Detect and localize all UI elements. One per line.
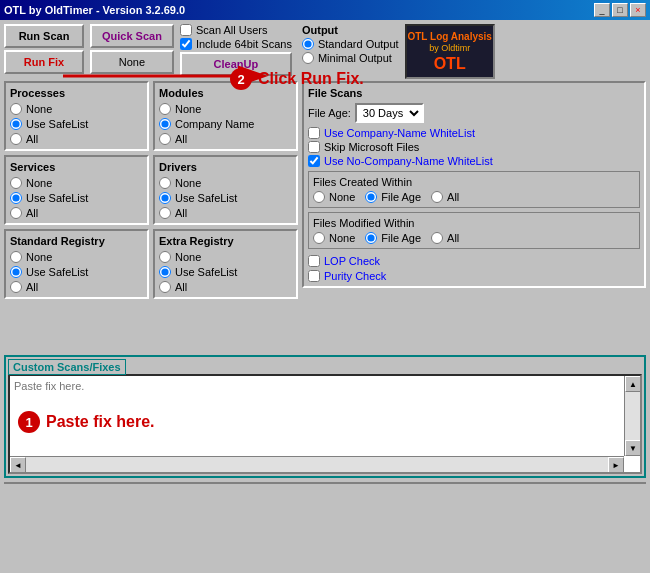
- standard-output-radio[interactable]: [302, 38, 314, 50]
- file-scans-panel: File Scans File Age: 30 Days Use Company…: [302, 81, 646, 288]
- none-button[interactable]: None: [90, 50, 174, 74]
- minimize-button[interactable]: _: [594, 3, 610, 17]
- vertical-scrollbar[interactable]: ▲ ▼: [624, 376, 640, 456]
- created-fileage-radio[interactable]: [365, 191, 377, 203]
- scroll-right-button[interactable]: ►: [608, 457, 624, 473]
- logo-box: OTL Log Analysis by Oldtimr OTL: [405, 24, 495, 79]
- processes-none-row: None: [10, 103, 143, 115]
- drivers-safelist-label: Use SafeList: [175, 192, 237, 204]
- custom-scans-label: Custom Scans/Fixes: [8, 359, 126, 375]
- window-controls[interactable]: _ □ ×: [594, 3, 646, 17]
- modified-fileage-row: File Age: [365, 232, 421, 244]
- standard-output-row: Standard Output: [302, 38, 399, 50]
- files-modified-radios: None File Age All: [313, 232, 635, 244]
- include-64bit-checkbox[interactable]: [180, 38, 192, 50]
- use-company-checkbox[interactable]: [308, 127, 320, 139]
- custom-scans-area: Custom Scans/Fixes ▲ ▼ ◄ ►: [4, 355, 646, 478]
- std-reg-all-row: All: [10, 281, 143, 293]
- extra-registry-panel: Extra Registry None Use SafeList All: [153, 229, 298, 299]
- drivers-title: Drivers: [159, 161, 292, 173]
- modules-all-radio[interactable]: [159, 133, 171, 145]
- use-no-company-checkbox[interactable]: [308, 155, 320, 167]
- use-no-company-row: Use No-Company-Name WhiteList: [308, 155, 640, 167]
- files-created-panel: Files Created Within None File Age Al: [308, 171, 640, 208]
- drivers-safelist-radio[interactable]: [159, 192, 171, 204]
- scan-all-users-checkbox[interactable]: [180, 24, 192, 36]
- run-scan-button[interactable]: Run Scan: [4, 24, 84, 48]
- scroll-left-button[interactable]: ◄: [10, 457, 26, 473]
- processes-none-radio[interactable]: [10, 103, 22, 115]
- file-age-select[interactable]: 30 Days: [355, 103, 424, 123]
- processes-safelist-radio[interactable]: [10, 118, 22, 130]
- drivers-none-row: None: [159, 177, 292, 189]
- processes-all-row: All: [10, 133, 143, 145]
- processes-none-label: None: [26, 103, 52, 115]
- extra-reg-all-radio[interactable]: [159, 281, 171, 293]
- created-all-row: All: [431, 191, 459, 203]
- modules-none-label: None: [175, 103, 201, 115]
- lop-check-label: LOP Check: [324, 255, 380, 267]
- lop-check-checkbox[interactable]: [308, 255, 320, 267]
- modified-none-label: None: [329, 232, 355, 244]
- processes-all-radio[interactable]: [10, 133, 22, 145]
- std-reg-none-radio[interactable]: [10, 251, 22, 263]
- files-created-radios: None File Age All: [313, 191, 635, 203]
- custom-scans-textarea[interactable]: [10, 376, 624, 456]
- horizontal-scrollbar[interactable]: ◄ ►: [10, 456, 624, 472]
- services-all-label: All: [26, 207, 38, 219]
- main-content: Processes None Use SafeList All: [4, 81, 646, 351]
- quick-scan-button[interactable]: Quick Scan: [90, 24, 174, 48]
- services-safelist-radio[interactable]: [10, 192, 22, 204]
- extra-reg-all-label: All: [175, 281, 187, 293]
- file-age-row: File Age: 30 Days: [308, 103, 640, 123]
- extra-reg-none-radio[interactable]: [159, 251, 171, 263]
- drivers-safelist-row: Use SafeList: [159, 192, 292, 204]
- services-all-radio[interactable]: [10, 207, 22, 219]
- logo: OTL Log Analysis by Oldtimr OTL: [407, 30, 491, 73]
- modified-all-label: All: [447, 232, 459, 244]
- services-none-radio[interactable]: [10, 177, 22, 189]
- scroll-up-button[interactable]: ▲: [625, 376, 641, 392]
- purity-check-row: Purity Check: [308, 270, 640, 282]
- processes-safelist-label: Use SafeList: [26, 118, 88, 130]
- left-buttons: Run Scan Run Fix: [4, 24, 84, 74]
- created-none-radio[interactable]: [313, 191, 325, 203]
- modules-company-row: Company Name: [159, 118, 292, 130]
- extra-reg-none-label: None: [175, 251, 201, 263]
- minimal-output-radio[interactable]: [302, 52, 314, 64]
- purity-check-checkbox[interactable]: [308, 270, 320, 282]
- modules-title: Modules: [159, 87, 292, 99]
- lop-check-row: LOP Check: [308, 255, 640, 267]
- modules-none-radio[interactable]: [159, 103, 171, 115]
- modified-fileage-radio[interactable]: [365, 232, 377, 244]
- top-row: Run Scan Run Fix Quick Scan None Scan Al…: [4, 24, 646, 79]
- extra-reg-safelist-row: Use SafeList: [159, 266, 292, 278]
- use-no-company-label: Use No-Company-Name WhiteList: [324, 155, 493, 167]
- drivers-none-radio[interactable]: [159, 177, 171, 189]
- modified-none-radio[interactable]: [313, 232, 325, 244]
- run-fix-button[interactable]: Run Fix: [4, 50, 84, 74]
- logo-otl: OTL: [407, 55, 491, 73]
- status-bar: [4, 482, 646, 500]
- skip-microsoft-checkbox[interactable]: [308, 141, 320, 153]
- title-text: OTL by OldTimer - Version 3.2.69.0: [4, 4, 185, 16]
- std-reg-all-radio[interactable]: [10, 281, 22, 293]
- scroll-track-v: [625, 392, 640, 440]
- title-bar: OTL by OldTimer - Version 3.2.69.0 _ □ ×: [0, 0, 650, 20]
- drivers-all-row: All: [159, 207, 292, 219]
- extra-reg-safelist-label: Use SafeList: [175, 266, 237, 278]
- created-all-radio[interactable]: [431, 191, 443, 203]
- extra-reg-none-row: None: [159, 251, 292, 263]
- created-fileage-row: File Age: [365, 191, 421, 203]
- std-reg-safelist-radio[interactable]: [10, 266, 22, 278]
- modules-panel: Modules None Company Name All: [153, 81, 298, 151]
- maximize-button[interactable]: □: [612, 3, 628, 17]
- purity-check-label: Purity Check: [324, 270, 386, 282]
- modified-all-radio[interactable]: [431, 232, 443, 244]
- extra-reg-safelist-radio[interactable]: [159, 266, 171, 278]
- scroll-down-button[interactable]: ▼: [625, 440, 641, 456]
- modules-company-radio[interactable]: [159, 118, 171, 130]
- close-button[interactable]: ×: [630, 3, 646, 17]
- cleanup-button[interactable]: CleanUp: [180, 52, 292, 76]
- drivers-all-radio[interactable]: [159, 207, 171, 219]
